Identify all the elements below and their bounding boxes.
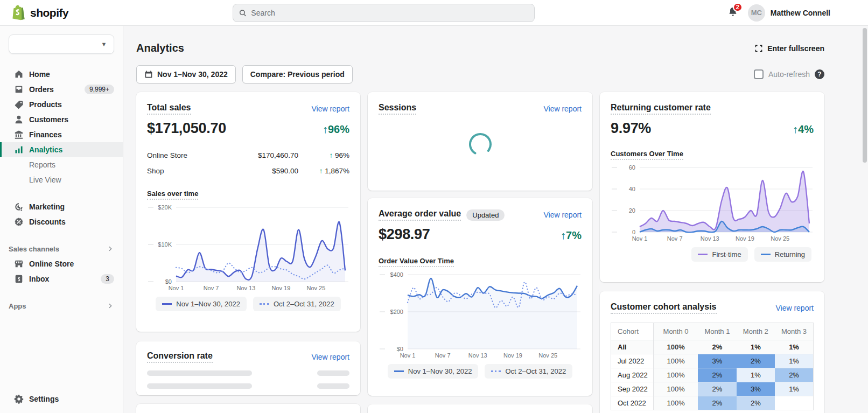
- search-bar[interactable]: [233, 4, 535, 22]
- help-icon[interactable]: ?: [815, 69, 824, 79]
- legend-item: Nov 1–Nov 30, 2022: [156, 297, 247, 311]
- sidebar-item-customers[interactable]: Customers: [0, 112, 123, 127]
- total-sales-change: ↑96%: [323, 123, 349, 136]
- compare-button[interactable]: Compare: Previous period: [242, 65, 353, 83]
- brand-wordmark: shopify: [30, 6, 68, 19]
- notifications-button[interactable]: 2: [727, 6, 738, 19]
- table-row: Aug 2022100%2%1%2%: [611, 368, 814, 382]
- chevron-right-icon: [107, 302, 114, 310]
- card-title: Customer cohort analysis: [611, 302, 717, 314]
- legend-line-sample: [162, 303, 172, 305]
- chart-title: Customers Over Time: [611, 150, 683, 160]
- total-sales-value: $171,050.70: [147, 120, 226, 137]
- table-row: All100%2%1%1%: [611, 340, 814, 354]
- table-row: Sep 2022100%2%3%1%: [611, 382, 814, 396]
- vertical-scrollbar[interactable]: [862, 26, 868, 413]
- inbox-icon: [14, 274, 24, 284]
- loading-skeleton-row: [147, 383, 349, 389]
- cohort-table: CohortMonth 0Month 1Month 2Month 3All100…: [611, 323, 814, 410]
- finances-icon: [14, 130, 24, 139]
- svg-text:$20K: $20K: [158, 204, 172, 211]
- view-report-link[interactable]: View report: [543, 211, 582, 219]
- sidebar-item-orders[interactable]: Orders9,999+: [0, 82, 123, 97]
- svg-text:Nov 19: Nov 19: [736, 235, 754, 242]
- svg-text:Nov 19: Nov 19: [271, 285, 290, 291]
- cohort-cell: 2%: [737, 354, 775, 368]
- svg-text:Nov 1: Nov 1: [169, 285, 184, 291]
- store-selector[interactable]: ▼: [9, 34, 114, 54]
- view-report-link[interactable]: View report: [311, 104, 349, 113]
- total-sales-card: Total sales View report $171,050.70 ↑96%…: [136, 92, 360, 332]
- sidebar-item-inbox[interactable]: Inbox3: [0, 271, 123, 286]
- sidebar-item-reports[interactable]: Reports: [0, 157, 123, 172]
- chart-title: Sales over time: [147, 190, 198, 200]
- sidebar-item-home[interactable]: Home: [0, 67, 123, 82]
- sidebar-item-settings[interactable]: Settings: [0, 391, 123, 407]
- up-arrow-icon: ↑: [329, 151, 333, 159]
- cohort-cell: 100%: [653, 368, 698, 382]
- discounts-icon: [14, 217, 24, 227]
- date-range-button[interactable]: Nov 1–Nov 30, 2022: [136, 65, 236, 83]
- sidebar-item-online-store[interactable]: Online Store: [0, 256, 123, 271]
- svg-text:$400: $400: [390, 271, 403, 278]
- main-content: Analytics Enter fullscreen Nov 1–Nov 30,…: [123, 26, 868, 413]
- cohort-cell: 100%: [653, 354, 698, 368]
- cohort-column-header: Month 0: [653, 323, 698, 340]
- legend-line-sample: [761, 254, 771, 255]
- sidebar-section-apps[interactable]: Apps: [0, 298, 123, 313]
- sidebar-nav: HomeOrders9,999+ProductsCustomersFinance…: [0, 67, 123, 313]
- shopify-logo[interactable]: shopify: [11, 4, 68, 22]
- sidebar-item-finances[interactable]: Finances: [0, 127, 123, 142]
- view-report-link[interactable]: View report: [775, 304, 814, 312]
- chart-legend: First-time Returning: [611, 247, 811, 262]
- shopify-bag-icon: [11, 4, 27, 22]
- sidebar-item-marketing[interactable]: Marketing: [0, 199, 123, 214]
- aov-value: $298.97: [379, 226, 430, 243]
- sidebar-item-analytics[interactable]: Analytics: [0, 142, 123, 157]
- partially-visible-card: [136, 404, 360, 413]
- cohort-cell: 1%: [775, 354, 813, 368]
- chart-title: Order Value Over Time: [379, 257, 454, 267]
- sidebar: ▼ HomeOrders9,999+ProductsCustomersFinan…: [0, 26, 123, 413]
- search-input[interactable]: [251, 9, 529, 17]
- cohort-cell: 1%: [775, 340, 813, 354]
- enter-fullscreen-button[interactable]: Enter fullscreen: [754, 44, 824, 53]
- sidebar-item-live-view[interactable]: Live View: [0, 172, 123, 187]
- auto-refresh-checkbox[interactable]: [754, 69, 764, 79]
- legend-item: Returning: [754, 247, 811, 262]
- fullscreen-icon: [754, 44, 763, 53]
- orders-icon: [14, 85, 24, 94]
- svg-text:Nov 25: Nov 25: [771, 235, 789, 242]
- sidebar-item-discounts[interactable]: Discounts: [0, 214, 123, 229]
- legend-line-sample: [491, 370, 501, 372]
- updated-badge: Updated: [466, 209, 505, 221]
- cohort-cell: 2%: [698, 396, 736, 410]
- store-icon: [14, 259, 24, 269]
- cohort-cell: 2%: [737, 396, 775, 410]
- topbar: shopify 2 MC Matthew Connell: [0, 0, 868, 26]
- legend-item: First-time: [691, 247, 747, 262]
- cohort-label: Aug 2022: [611, 368, 654, 382]
- gear-icon: [14, 394, 24, 404]
- svg-text:Nov 13: Nov 13: [701, 235, 719, 242]
- cohort-label: Oct 2022: [611, 396, 654, 410]
- account-menu[interactable]: MC Matthew Connell: [748, 4, 830, 22]
- up-arrow-icon: ↑: [319, 167, 323, 175]
- view-report-link[interactable]: View report: [543, 104, 582, 113]
- cohort-cell: 1%: [737, 340, 775, 354]
- cohort-cell: 2%: [698, 382, 736, 396]
- svg-text:Nov 25: Nov 25: [306, 285, 325, 291]
- view-report-link[interactable]: View report: [311, 353, 349, 361]
- scrollbar-thumb[interactable]: [863, 28, 867, 163]
- chevron-right-icon: [107, 245, 114, 253]
- card-title: Conversion rate: [147, 351, 213, 363]
- breakdown-row: Online Store $170,460.70 ↑ 96%: [147, 148, 349, 163]
- cohort-cell: 100%: [653, 396, 698, 410]
- card-title: Returning customer rate: [611, 103, 711, 115]
- auto-refresh-label: Auto-refresh: [768, 70, 810, 79]
- sidebar-section-sales-channels[interactable]: Sales channels: [0, 241, 123, 256]
- chart-legend: Nov 1–Nov 30, 2022 Oct 2–Oct 31, 2022: [379, 364, 582, 379]
- cohort-cell: 1%: [737, 368, 775, 382]
- sidebar-item-products[interactable]: Products: [0, 97, 123, 112]
- conversion-rate-card: Conversion rate View report: [136, 341, 360, 395]
